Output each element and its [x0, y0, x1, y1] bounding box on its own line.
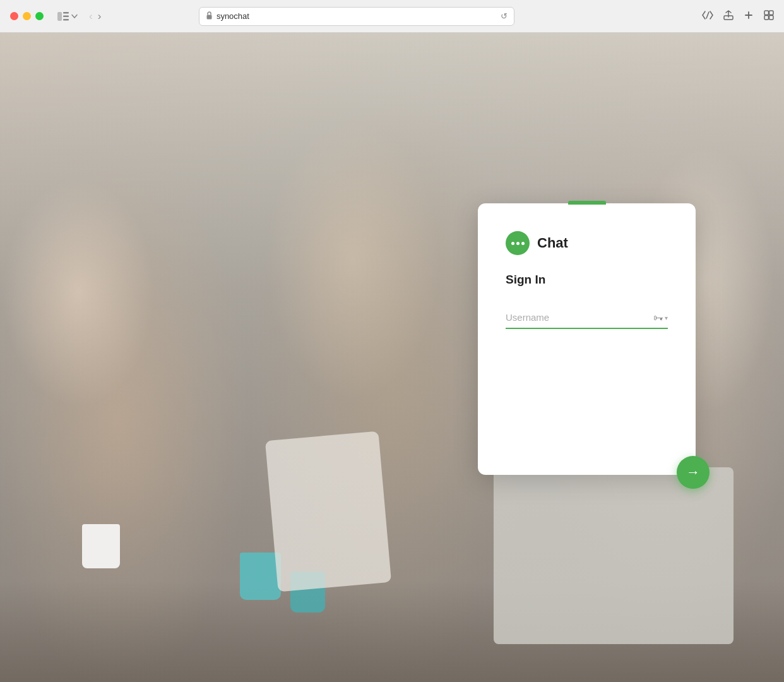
minimize-button[interactable]	[23, 12, 31, 20]
teal-cup	[240, 553, 281, 600]
chat-logo	[506, 231, 530, 255]
signin-card: Chat Sign In 🗝 ▾ →	[478, 203, 696, 475]
svg-rect-4	[206, 15, 211, 20]
lock-icon	[206, 11, 213, 21]
chat-dot-2	[516, 242, 520, 245]
chat-dot-1	[511, 242, 514, 245]
sidebar-toggle[interactable]	[57, 12, 78, 21]
refresh-icon[interactable]: ↺	[501, 11, 508, 21]
close-button[interactable]	[10, 12, 18, 20]
chat-dot-3	[521, 242, 525, 245]
username-input[interactable]	[506, 307, 668, 329]
url-text: synochat	[217, 11, 249, 21]
key-icon: 🗝	[653, 313, 663, 324]
new-tab-icon[interactable]	[744, 10, 754, 23]
svg-rect-3	[63, 19, 69, 21]
main-content: Chat Sign In 🗝 ▾ →	[0, 33, 784, 682]
tablet	[265, 431, 391, 592]
browser-actions	[702, 10, 774, 23]
svg-rect-1	[63, 12, 69, 14]
svg-rect-9	[769, 15, 773, 20]
devtools-icon[interactable]	[702, 11, 713, 22]
white-cup	[82, 524, 120, 568]
forward-arrow[interactable]: ›	[98, 10, 102, 23]
address-bar[interactable]: synochat ↺	[199, 7, 514, 26]
traffic-lights	[10, 12, 44, 20]
username-input-group: 🗝 ▾	[506, 307, 668, 329]
svg-rect-2	[63, 15, 69, 17]
next-button[interactable]: →	[677, 456, 710, 489]
app-title: Chat	[537, 235, 568, 251]
svg-rect-6	[764, 11, 769, 15]
svg-rect-0	[57, 12, 62, 21]
nav-arrows: ‹ ›	[89, 10, 101, 23]
chat-logo-dots	[511, 242, 525, 245]
key-icon-wrapper[interactable]: 🗝 ▾	[653, 313, 668, 324]
browser-chrome: ‹ › synochat ↺	[0, 0, 784, 33]
laptop	[494, 467, 734, 644]
tab-overview-icon[interactable]	[764, 10, 774, 23]
svg-rect-8	[764, 15, 769, 20]
card-accent	[568, 201, 606, 205]
maximize-button[interactable]	[35, 12, 44, 20]
signin-heading: Sign In	[506, 273, 668, 287]
svg-rect-7	[769, 11, 773, 15]
chevron-down-icon: ▾	[665, 314, 668, 321]
back-arrow[interactable]: ‹	[89, 10, 93, 23]
arrow-right-icon: →	[686, 464, 700, 481]
card-header: Chat	[506, 231, 668, 255]
share-icon[interactable]	[723, 10, 734, 23]
